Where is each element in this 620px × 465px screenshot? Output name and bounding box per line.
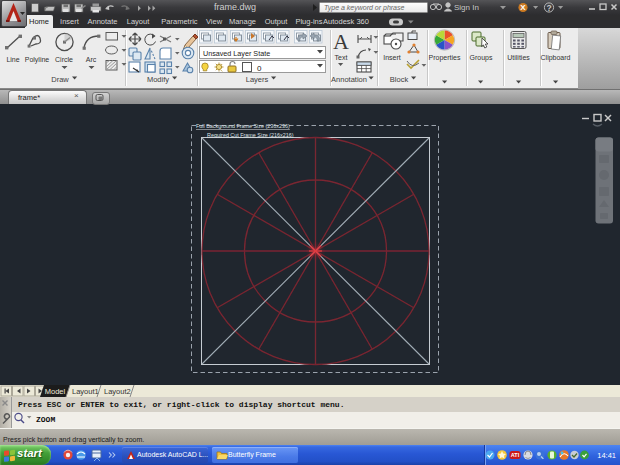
svg-text:Block: Block — [390, 75, 409, 84]
svg-text:Model: Model — [45, 387, 66, 396]
svg-text:Groups: Groups — [470, 54, 493, 62]
svg-text:Modify: Modify — [147, 75, 169, 84]
svg-text:Annotation: Annotation — [331, 75, 367, 84]
svg-text:Insert: Insert — [383, 54, 401, 61]
svg-text:Clipboard: Clipboard — [541, 54, 571, 62]
svg-text:X: X — [520, 3, 526, 12]
svg-text:ATI: ATI — [511, 452, 520, 458]
svg-text:Full Background Frame Size (23: Full Background Frame Size (236x236) — [196, 123, 290, 129]
svg-text:Polyline: Polyline — [25, 56, 50, 64]
svg-text:Layout1: Layout1 — [72, 387, 99, 396]
svg-text:Text: Text — [335, 54, 348, 61]
svg-text:Required Cut Frame Size (216x2: Required Cut Frame Size (216x216) — [207, 132, 294, 138]
svg-text:Unsaved Layer State: Unsaved Layer State — [203, 49, 270, 58]
svg-text:Draw: Draw — [51, 75, 69, 84]
svg-text:Circle: Circle — [55, 56, 73, 63]
svg-text:Arc: Arc — [86, 56, 97, 63]
svg-text:Layers: Layers — [246, 75, 269, 84]
svg-text:Properties: Properties — [429, 54, 461, 62]
svg-text:A: A — [333, 29, 349, 54]
svg-text:0: 0 — [257, 64, 262, 73]
svg-text:Layout2: Layout2 — [104, 387, 131, 396]
svg-text:Line: Line — [6, 56, 19, 63]
svg-text:?: ? — [546, 3, 551, 13]
svg-text:Utilities: Utilities — [507, 54, 530, 61]
